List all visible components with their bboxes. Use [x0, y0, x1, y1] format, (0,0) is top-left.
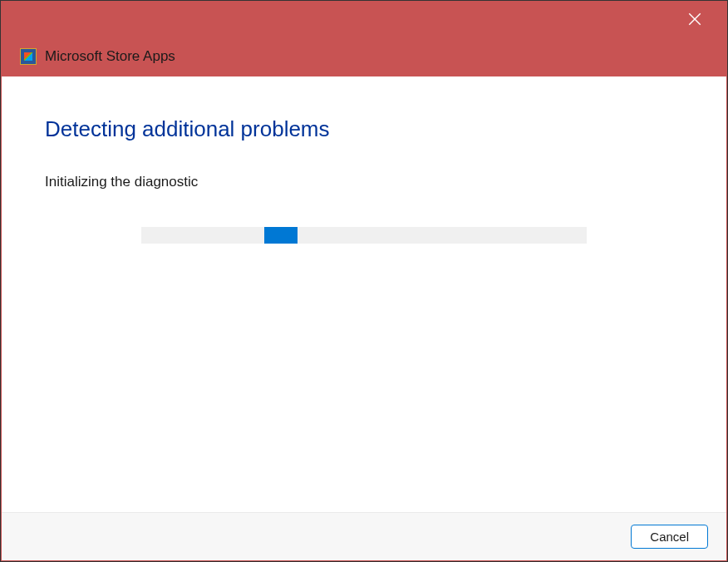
close-icon [687, 12, 702, 27]
titlebar: Microsoft Store Apps [2, 2, 726, 76]
footer: Cancel [2, 512, 726, 560]
titlebar-controls [2, 2, 726, 37]
store-app-icon [20, 48, 37, 65]
content-area: Detecting additional problems Initializi… [2, 76, 726, 512]
close-button[interactable] [680, 4, 710, 34]
app-title: Microsoft Store Apps [45, 48, 175, 65]
progress-bar [141, 227, 587, 244]
titlebar-main: Microsoft Store Apps [2, 37, 726, 76]
troubleshooter-window: Microsoft Store Apps Detecting additiona… [1, 1, 727, 561]
status-text: Initializing the diagnostic [45, 174, 683, 190]
cancel-button[interactable]: Cancel [631, 525, 708, 549]
progress-indicator [264, 227, 298, 244]
page-heading: Detecting additional problems [45, 116, 683, 142]
progress-container [45, 227, 683, 244]
